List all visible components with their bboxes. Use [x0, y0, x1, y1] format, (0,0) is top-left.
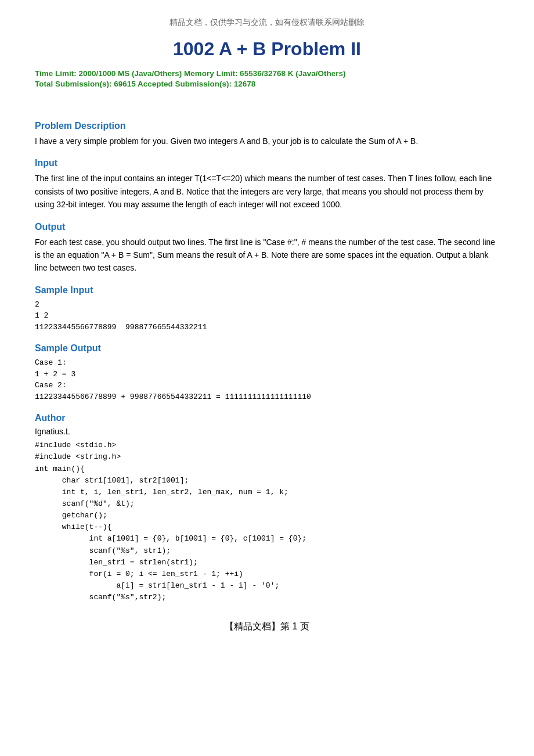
section-content-output: For each test case, you should output tw…	[35, 236, 499, 275]
page-container: 精品文档，仅供学习与交流，如有侵权请联系网站删除 1002 A + B Prob…	[0, 0, 534, 756]
section-title-output: Output	[35, 222, 499, 232]
sample-output-code: Case 1: 1 + 2 = 3 Case 2: 11223344556677…	[35, 357, 499, 402]
section-title-sample-output: Sample Output	[35, 343, 499, 354]
section-content-input: The first line of the input contains an …	[35, 172, 499, 211]
page-title: 1002 A + B Problem II	[35, 38, 499, 60]
section-content-problem: I have a very simple problem for you. Gi…	[35, 135, 499, 147]
meta-info: Time Limit: 2000/1000 MS (Java/Others) M…	[35, 69, 499, 88]
sample-input-code: 2 1 2 112233445566778899 998877665544332…	[35, 299, 499, 333]
page-footer: 【精品文档】第 1 页	[35, 621, 499, 633]
section-title-problem: Problem Description	[35, 121, 499, 131]
watermark-text: 精品文档，仅供学习与交流，如有侵权请联系网站删除	[35, 17, 499, 28]
author-code: #include <stdio.h> #include <string.h> i…	[35, 440, 499, 603]
section-title-author: Author	[35, 413, 499, 423]
meta-line-2: Total Submission(s): 69615 Accepted Subm…	[35, 80, 499, 88]
section-title-input: Input	[35, 158, 499, 168]
author-name: Ignatius.L	[35, 427, 499, 436]
section-title-sample-input: Sample Input	[35, 285, 499, 296]
meta-line-1: Time Limit: 2000/1000 MS (Java/Others) M…	[35, 69, 499, 78]
